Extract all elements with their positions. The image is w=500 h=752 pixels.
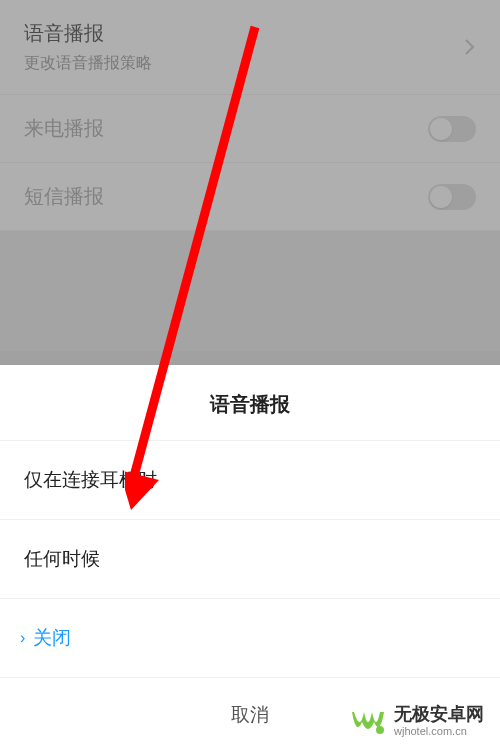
watermark: 无极安卓网 wjhotel.com.cn xyxy=(350,702,484,740)
watermark-url: wjhotel.com.cn xyxy=(394,725,484,738)
sheet-option-headphones[interactable]: 仅在连接耳机时 xyxy=(0,441,500,520)
watermark-title: 无极安卓网 xyxy=(394,704,484,726)
action-sheet: 语音播报 仅在连接耳机时 任何时候 › 关闭 取消 xyxy=(0,365,500,752)
svg-point-2 xyxy=(376,726,384,734)
sheet-option-off[interactable]: › 关闭 xyxy=(0,599,500,678)
chevron-right-icon: › xyxy=(20,629,25,647)
sheet-option-off-label: 关闭 xyxy=(33,625,71,651)
watermark-text-group: 无极安卓网 wjhotel.com.cn xyxy=(394,704,484,739)
sheet-option-always[interactable]: 任何时候 xyxy=(0,520,500,599)
sheet-title: 语音播报 xyxy=(0,365,500,441)
watermark-logo-icon xyxy=(350,702,388,740)
